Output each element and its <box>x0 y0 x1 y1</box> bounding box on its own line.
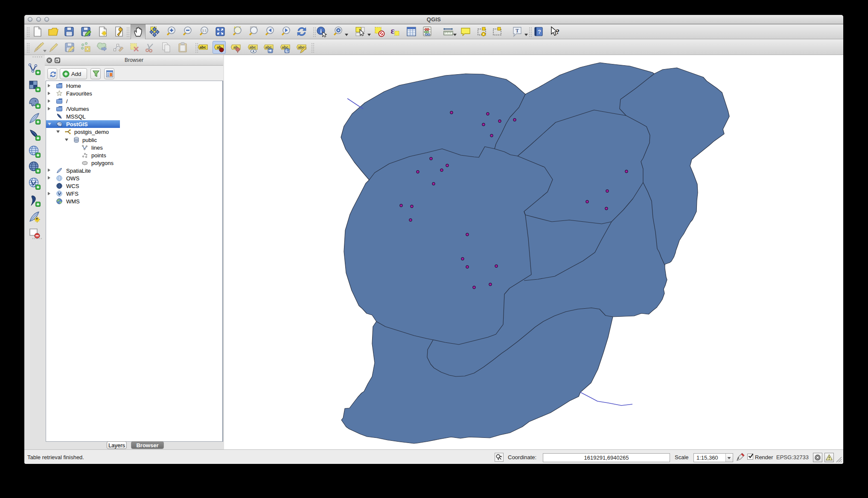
svg-text:i: i <box>320 28 322 34</box>
svg-text:1:1: 1:1 <box>202 29 207 32</box>
svg-text:ε: ε <box>391 26 395 36</box>
svg-text:abc: abc <box>249 45 256 49</box>
svg-text:T: T <box>516 28 519 34</box>
svg-text:?: ? <box>538 29 541 35</box>
svg-text:?: ? <box>556 28 559 35</box>
svg-text:abc: abc <box>199 45 206 49</box>
